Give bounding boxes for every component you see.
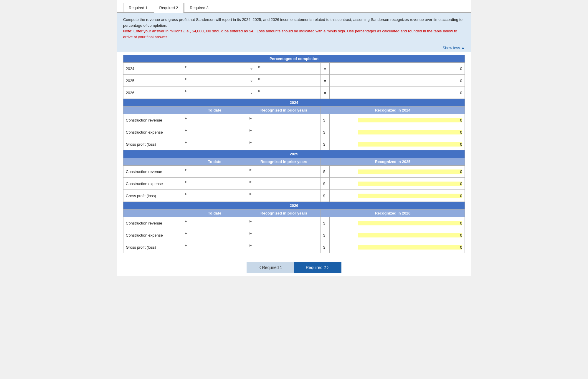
table-row: Construction revenue ▶ ▶ $	[123, 166, 465, 178]
value-cr-2026[interactable]	[330, 217, 465, 229]
row-label-gp-2025: Gross profit (loss)	[123, 190, 182, 202]
input-prior-cr-2025[interactable]: ▶	[247, 166, 321, 178]
tabs-container: Required 1 Required 2 Required 3	[117, 0, 471, 13]
op-div-2024: ÷	[247, 63, 256, 75]
row-label-ce-2025: Construction expense	[123, 178, 182, 190]
pct-result-2025: 0	[330, 75, 465, 87]
eq-2025: =	[321, 75, 330, 87]
input-prior-gp-2026[interactable]: ▶	[247, 241, 321, 253]
dollar-gp-2025: $	[321, 190, 330, 202]
dollar-ce-2024: $	[321, 126, 330, 138]
table-row: Gross profit (loss) ▶ ▶ $	[123, 138, 465, 150]
table-row: Gross profit (loss) ▶ ▶ $	[123, 241, 465, 253]
col-recognized-2024: Recognized in 2024	[321, 107, 465, 114]
input-prior-cr-2024[interactable]: ▶	[247, 114, 321, 126]
year-label-2026: 2026	[123, 87, 182, 99]
pct-result-2024: 0	[330, 63, 465, 75]
value-gp-2026[interactable]	[330, 241, 465, 253]
input-todate-gp-2024[interactable]: ▶	[182, 138, 247, 150]
op-div-2026: ÷	[247, 87, 256, 99]
pct-input-2025-a[interactable]: ▶	[182, 75, 247, 87]
row-label-cr-2026: Construction revenue	[123, 217, 182, 229]
next-button[interactable]: Required 2 >	[294, 262, 341, 273]
eq-2024: =	[321, 63, 330, 75]
dollar-gp-2024: $	[321, 138, 330, 150]
col-label-empty-2024	[123, 107, 182, 114]
eq-2026: =	[321, 87, 330, 99]
pct-input-2025-b[interactable]: ▶	[256, 75, 321, 87]
table-row: Construction expense ▶ ▶ $	[123, 229, 465, 241]
table-row: Construction revenue ▶ ▶ $	[123, 217, 465, 229]
dollar-cr-2024: $	[321, 114, 330, 126]
dollar-gp-2026: $	[321, 241, 330, 253]
prev-button[interactable]: < Required 1	[247, 262, 294, 273]
main-table: Percentages of completion 2024 ▶ ÷ ▶	[123, 55, 465, 253]
dollar-cr-2026: $	[321, 217, 330, 229]
table-row: Construction revenue ▶ ▶ $	[123, 114, 465, 126]
value-cr-2024[interactable]	[330, 114, 465, 126]
section-header-2025: 2025	[123, 150, 465, 158]
col-label-empty-2026	[123, 210, 182, 217]
row-label-gp-2024: Gross profit (loss)	[123, 138, 182, 150]
col-recognized-2026: Recognized in 2026	[321, 210, 465, 217]
info-note-text: Note: Enter your answer in millions (i.e…	[123, 28, 465, 40]
dollar-ce-2025: $	[321, 178, 330, 190]
row-label-ce-2024: Construction expense	[123, 126, 182, 138]
dollar-cr-2025: $	[321, 166, 330, 178]
value-ce-2026[interactable]	[330, 229, 465, 241]
row-label-cr-2024: Construction revenue	[123, 114, 182, 126]
pct-input-2026-b[interactable]: ▶	[256, 87, 321, 99]
pct-input-2024-a[interactable]: ▶	[182, 63, 247, 75]
input-todate-cr-2024[interactable]: ▶	[182, 114, 247, 126]
input-prior-gp-2024[interactable]: ▶	[247, 138, 321, 150]
value-ce-2024[interactable]	[330, 126, 465, 138]
input-todate-cr-2025[interactable]: ▶	[182, 166, 247, 178]
col-recognized-2025: Recognized in 2025	[321, 158, 465, 166]
col-prior-2026: Recognized in prior years	[247, 210, 321, 217]
value-gp-2025[interactable]	[330, 190, 465, 202]
pct-row-2024: 2024 ▶ ÷ ▶ = 0	[123, 63, 465, 75]
input-prior-cr-2026[interactable]: ▶	[247, 217, 321, 229]
value-gp-2024[interactable]	[330, 138, 465, 150]
input-prior-ce-2026[interactable]: ▶	[247, 229, 321, 241]
row-label-gp-2026: Gross profit (loss)	[123, 241, 182, 253]
input-prior-ce-2025[interactable]: ▶	[247, 178, 321, 190]
table-row: Gross profit (loss) ▶ ▶ $	[123, 190, 465, 202]
col-prior-2025: Recognized in prior years	[247, 158, 321, 166]
table-header: Percentages of completion	[123, 55, 465, 63]
pct-row-2025: 2025 ▶ ÷ ▶ = 0	[123, 75, 465, 87]
pct-input-2024-b[interactable]: ▶	[256, 63, 321, 75]
table-row: Construction expense ▶ ▶ $	[123, 126, 465, 138]
input-todate-gp-2026[interactable]: ▶	[182, 241, 247, 253]
section-header-2026: 2026	[123, 202, 465, 210]
tab-required2[interactable]: Required 2	[154, 3, 184, 13]
bottom-nav: < Required 1 Required 2 >	[117, 259, 471, 276]
table-wrapper: Percentages of completion 2024 ▶ ÷ ▶	[117, 52, 471, 259]
show-less-button[interactable]: Show less ▲	[117, 44, 471, 52]
col-label-empty-2025	[123, 158, 182, 166]
info-main-text: Compute the revenue and gross profit tha…	[123, 17, 465, 28]
input-todate-ce-2025[interactable]: ▶	[182, 178, 247, 190]
pct-input-2026-a[interactable]: ▶	[182, 87, 247, 99]
col-to-date-2026: To date	[182, 210, 247, 217]
section-header-2024: 2024	[123, 99, 465, 107]
value-cr-2025[interactable]	[330, 166, 465, 178]
info-box: Compute the revenue and gross profit tha…	[117, 13, 471, 44]
col-prior-2024: Recognized in prior years	[247, 107, 321, 114]
tab-required3[interactable]: Required 3	[184, 3, 214, 12]
input-prior-gp-2025[interactable]: ▶	[247, 190, 321, 202]
op-div-2025: ÷	[247, 75, 256, 87]
input-todate-gp-2025[interactable]: ▶	[182, 190, 247, 202]
input-todate-cr-2026[interactable]: ▶	[182, 217, 247, 229]
pct-result-2026: 0	[330, 87, 465, 99]
table-row: Construction expense ▶ ▶ $	[123, 178, 465, 190]
input-todate-ce-2026[interactable]: ▶	[182, 229, 247, 241]
input-todate-ce-2024[interactable]: ▶	[182, 126, 247, 138]
tab-required1[interactable]: Required 1	[123, 3, 153, 12]
input-prior-ce-2024[interactable]: ▶	[247, 126, 321, 138]
year-label-2024: 2024	[123, 63, 182, 75]
row-label-cr-2025: Construction revenue	[123, 166, 182, 178]
dollar-ce-2026: $	[321, 229, 330, 241]
col-to-date-2024: To date	[182, 107, 247, 114]
value-ce-2025[interactable]	[330, 178, 465, 190]
